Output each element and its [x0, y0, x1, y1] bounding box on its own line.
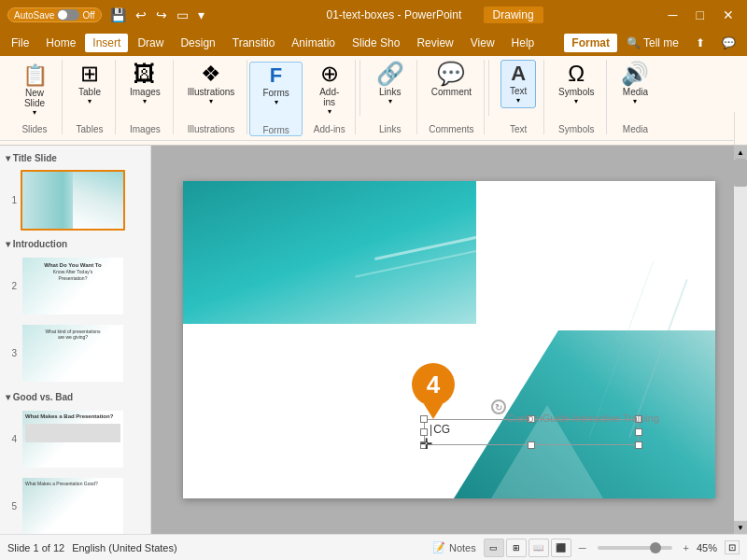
slides-group-label: Slides	[21, 124, 47, 134]
media-button[interactable]: 🔊 Media ▾	[616, 60, 654, 108]
language-indicator: English (United States)	[72, 542, 177, 553]
section-introduction: ▾ Introduction	[4, 235, 147, 251]
menu-view[interactable]: View	[463, 34, 502, 52]
zoom-slider[interactable]	[598, 546, 672, 550]
zoom-in-button[interactable]: +	[684, 542, 689, 553]
menu-slideshow[interactable]: Slide Sho	[345, 34, 407, 52]
illustrations-icon: ❖	[201, 63, 221, 85]
ribbon: 📋 NewSlide ▾ Slides ⊞ Table ▾ Tables	[0, 56, 747, 141]
slide-number-4: 4	[6, 434, 17, 444]
scrollbar-down-button[interactable]: ▼	[734, 521, 747, 534]
symbols-button[interactable]: Ω Symbols ▾	[554, 60, 599, 108]
autosave-label: AutoSave	[14, 10, 54, 21]
links-group-label: Links	[379, 124, 401, 134]
slide-item-3[interactable]: 3 What kind of presentations are we givi…	[4, 321, 147, 385]
fit-to-window-button[interactable]: ⊡	[725, 540, 740, 554]
illustrations-button[interactable]: ❖ Illustrations ▾	[183, 60, 240, 108]
addins-button[interactable]: ⊕ Add-ins ▾	[312, 60, 347, 119]
zoom-out-button[interactable]: ─	[579, 542, 586, 553]
slide-thumb-1[interactable]	[21, 170, 125, 231]
ribbon-group-media: 🔊 Media ▾ Media	[609, 60, 661, 134]
zoom-thumb[interactable]	[650, 542, 661, 553]
handle-middle-right[interactable]	[635, 428, 642, 436]
close-button[interactable]: ✕	[717, 6, 740, 24]
slide-number-3: 3	[6, 348, 17, 358]
scrollbar-track[interactable]	[734, 159, 747, 521]
drawing-tab[interactable]: Drawing	[484, 7, 543, 23]
rotate-handle[interactable]: ↻	[491, 399, 506, 414]
slide-item-1[interactable]: 1	[4, 168, 147, 232]
tell-me-bar[interactable]: 🔍 Tell me	[619, 34, 686, 52]
tables-group-label: Tables	[77, 124, 104, 134]
slide-thumb-5[interactable]: What Makes a Presentation Good?	[21, 476, 125, 534]
present-button[interactable]: ▭	[174, 6, 191, 24]
menu-animations[interactable]: Animatio	[284, 34, 343, 52]
comment-button[interactable]: 💬 Comment	[427, 60, 476, 100]
menu-file[interactable]: File	[4, 34, 36, 52]
slide-item-5[interactable]: 5 What Makes a Presentation Good?	[4, 474, 147, 534]
save-button[interactable]: 💾	[107, 6, 129, 24]
slide-info: Slide 1 of 12	[7, 542, 64, 553]
minimize-button[interactable]: ─	[663, 6, 684, 24]
media-icon: 🔊	[621, 63, 649, 85]
restore-button[interactable]: □	[691, 6, 710, 24]
images-group-label: Images	[130, 124, 161, 134]
reading-view-button[interactable]: 📖	[529, 539, 549, 557]
menu-help[interactable]: Help	[504, 34, 543, 52]
status-right: 📝 Notes ▭ ⊞ 📖 ⬛ ─ + 45% ⊡	[432, 539, 740, 557]
step-number: 4	[412, 363, 455, 406]
symbols-icon: Ω	[568, 63, 585, 85]
handle-bottom-left[interactable]	[420, 441, 428, 449]
scrollbar-up-button[interactable]: ▲	[734, 146, 747, 159]
share-button[interactable]: ⬆	[688, 34, 712, 52]
menu-draw[interactable]: Draw	[130, 34, 171, 52]
ribbon-separator-1	[359, 60, 360, 116]
customize-button[interactable]: ▾	[195, 6, 207, 24]
scrollbar-thumb[interactable]	[734, 159, 747, 187]
notes-button[interactable]: 📝 Notes	[432, 541, 476, 553]
forms-button[interactable]: F Forms ▾	[258, 63, 293, 109]
ribbon-collapse-button[interactable]: ▲	[734, 112, 747, 146]
ribbon-group-symbols: Ω Symbols ▾ Symbols	[546, 60, 607, 134]
menu-review[interactable]: Review	[409, 34, 460, 52]
slide-item-4[interactable]: 4 What Makes a Bad Presentation?	[4, 407, 147, 471]
comments-group-label: Comments	[429, 124, 473, 134]
illustrations-group-label: Illustrations	[188, 124, 235, 134]
ribbon-group-forms: F Forms ▾ Forms	[249, 62, 302, 136]
presenter-view-button[interactable]: ⬛	[551, 539, 571, 557]
view-buttons: ▭ ⊞ 📖 ⬛	[484, 539, 571, 557]
autosave-button[interactable]: AutoSave Off	[7, 7, 102, 22]
handle-top-left[interactable]	[420, 415, 428, 423]
slide-sorter-button[interactable]: ⊞	[506, 539, 527, 557]
links-button[interactable]: 🔗 Links ▾	[372, 60, 409, 108]
slide-item-2[interactable]: 2 What Do You Want To Know After Today's…	[4, 254, 147, 318]
handle-bottom-middle[interactable]	[528, 441, 535, 449]
text-button[interactable]: A Text ▾	[500, 60, 536, 108]
images-button[interactable]: 🖼 Images ▾	[125, 60, 165, 108]
slide-background	[183, 181, 715, 498]
redo-button[interactable]: ↪	[153, 6, 170, 24]
undo-button[interactable]: ↩	[133, 6, 149, 24]
slide-thumb-4[interactable]: What Makes a Bad Presentation?	[21, 409, 125, 469]
menu-home[interactable]: Home	[38, 34, 83, 52]
normal-view-button[interactable]: ▭	[484, 539, 504, 557]
comments-button[interactable]: 💬	[714, 34, 743, 52]
menu-insert[interactable]: Insert	[85, 34, 128, 52]
symbols-group-label: Symbols	[558, 124, 594, 134]
addins-group-label: Add-ins	[314, 124, 345, 134]
menu-bar: File Home Insert Draw Design Transitio A…	[0, 30, 747, 56]
images-icon: 🖼	[134, 63, 156, 85]
vertical-scrollbar[interactable]: ▲ ▼	[734, 146, 747, 534]
ribbon-group-illustrations: ❖ Illustrations ▾ Illustrations	[176, 60, 248, 134]
menu-transitions[interactable]: Transitio	[225, 34, 283, 52]
slide-thumb-3[interactable]: What kind of presentations are we giving…	[21, 323, 125, 384]
menu-design[interactable]: Design	[173, 34, 222, 52]
handle-bottom-right[interactable]	[635, 441, 642, 449]
text-icon: A	[511, 63, 526, 84]
handle-middle-left[interactable]	[420, 428, 428, 436]
slide-thumb-2[interactable]: What Do You Want To Know After Today's P…	[21, 256, 125, 316]
table-button[interactable]: ⊞ Table ▾	[72, 60, 107, 108]
menu-format[interactable]: Format	[564, 34, 617, 52]
new-slide-button[interactable]: 📋 NewSlide ▾	[15, 60, 54, 120]
autosave-toggle[interactable]	[57, 9, 79, 21]
